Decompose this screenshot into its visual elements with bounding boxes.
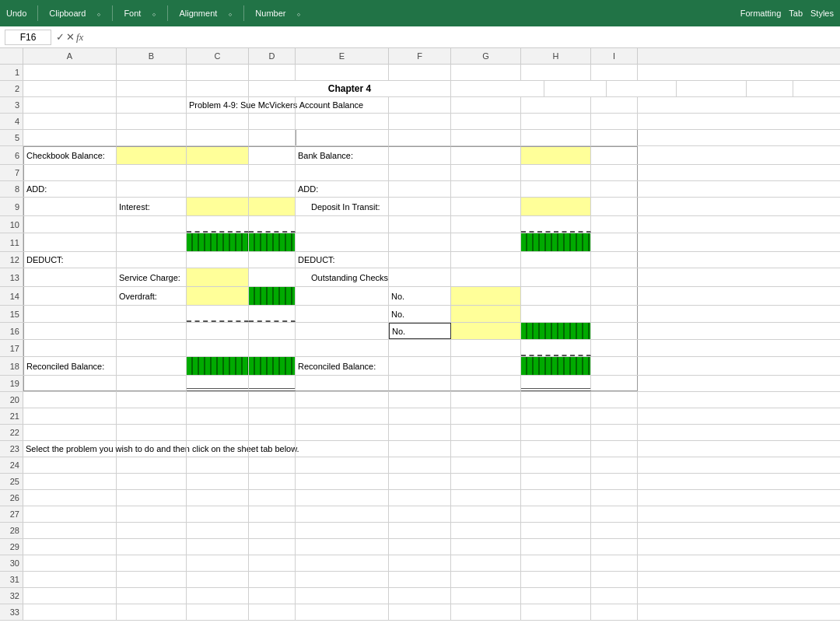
cell-h5[interactable] (521, 130, 591, 145)
cell-i22[interactable] (591, 425, 638, 440)
cell-g17[interactable] (451, 340, 521, 356)
formula-input[interactable] (88, 30, 835, 44)
cell-b5[interactable] (117, 130, 187, 145)
cell-g11[interactable] (451, 233, 521, 251)
cell-d2[interactable]: Chapter 4 (249, 81, 451, 96)
cell-e3[interactable] (296, 97, 389, 113)
cell-f10[interactable] (389, 216, 451, 233)
cell-h20[interactable] (521, 392, 591, 408)
cell-d22[interactable] (249, 425, 296, 440)
col-header-b[interactable]: B (117, 48, 187, 64)
cell-f13[interactable] (389, 268, 451, 286)
cell-i13[interactable] (591, 268, 638, 286)
clipboard-button[interactable]: Clipboard (49, 9, 86, 18)
tab-label[interactable]: Tab (789, 9, 803, 18)
cell-b16[interactable] (117, 323, 187, 339)
cell-b10[interactable] (117, 216, 187, 233)
cell-i15[interactable] (591, 306, 638, 322)
cell-g6[interactable] (451, 146, 521, 164)
cell-h14[interactable] (521, 287, 591, 305)
col-header-g[interactable]: G (451, 48, 521, 64)
cell-i9[interactable] (591, 198, 638, 215)
cell-f9[interactable] (389, 198, 451, 215)
cell-e16[interactable] (296, 323, 389, 339)
cell-a16[interactable] (23, 323, 117, 339)
cell-d3[interactable] (249, 97, 296, 113)
cell-g18[interactable] (451, 357, 521, 375)
formula-check-icon[interactable]: ✓ (56, 31, 65, 44)
cell-h3[interactable] (521, 97, 591, 113)
cell-d20[interactable] (249, 392, 296, 408)
cell-a13[interactable] (23, 268, 117, 286)
cell-b17[interactable] (117, 340, 187, 356)
cell-h8[interactable] (521, 181, 591, 197)
cell-e6[interactable]: Bank Balance: (296, 146, 389, 164)
cell-f8[interactable] (389, 181, 451, 197)
cell-g14[interactable] (451, 287, 521, 305)
cell-c20[interactable] (187, 392, 249, 408)
cell-b12[interactable] (117, 252, 187, 268)
cell-g21[interactable] (451, 408, 521, 424)
cell-h23[interactable] (521, 441, 591, 457)
cell-i11[interactable] (591, 233, 638, 251)
cell-d12[interactable] (249, 252, 296, 268)
cell-d4[interactable] (249, 114, 296, 129)
cell-b21[interactable] (117, 408, 187, 424)
cell-a4[interactable] (23, 114, 117, 129)
cell-c11[interactable] (187, 233, 249, 251)
cell-e4[interactable] (296, 114, 389, 129)
cell-g1[interactable] (451, 65, 521, 80)
cell-d16[interactable] (249, 323, 296, 339)
cell-c3[interactable]: Problem 4-9: Sue McVickers Account Balan… (187, 97, 249, 113)
cell-h9[interactable] (521, 198, 591, 215)
cell-f16[interactable]: No. (389, 323, 451, 339)
col-header-f[interactable]: F (389, 48, 451, 64)
cell-g23[interactable] (451, 441, 521, 457)
cell-f3[interactable] (389, 97, 451, 113)
cell-h22[interactable] (521, 425, 591, 440)
cell-d1[interactable] (249, 65, 296, 80)
cell-d19[interactable] (249, 376, 296, 391)
cell-a8[interactable]: ADD: (23, 181, 117, 197)
cell-a7[interactable] (23, 165, 117, 180)
cell-h11[interactable] (521, 233, 591, 251)
cell-c16[interactable] (187, 323, 249, 339)
cell-i20[interactable] (591, 392, 638, 408)
cell-g22[interactable] (451, 425, 521, 440)
cell-g10[interactable] (451, 216, 521, 233)
cell-i14[interactable] (591, 287, 638, 305)
cell-e9[interactable]: Deposit In Transit: (296, 198, 389, 215)
cell-i6[interactable] (591, 146, 638, 164)
cell-i16[interactable] (591, 323, 638, 339)
cell-e12[interactable]: DEDUCT: (296, 252, 389, 268)
cell-b13[interactable]: Service Charge: (117, 268, 187, 286)
cell-g12[interactable] (451, 252, 521, 268)
cell-d9[interactable] (249, 198, 296, 215)
cell-e13[interactable]: Outstanding Checks: (296, 268, 389, 286)
cell-g20[interactable] (451, 392, 521, 408)
cell-b20[interactable] (117, 392, 187, 408)
cell-i3[interactable] (591, 97, 638, 113)
col-header-a[interactable]: A (23, 48, 117, 64)
cell-b9[interactable]: Interest: (117, 198, 187, 215)
cell-d8[interactable] (249, 181, 296, 197)
cell-g8[interactable] (451, 181, 521, 197)
cell-i4[interactable] (591, 114, 638, 129)
cell-d6[interactable] (249, 146, 296, 164)
cell-d23[interactable] (249, 441, 296, 457)
cell-f5[interactable] (389, 130, 451, 145)
cell-a3[interactable] (23, 97, 117, 113)
cell-f11[interactable] (389, 233, 451, 251)
cell-a17[interactable] (23, 340, 117, 356)
cell-d15[interactable] (249, 306, 296, 322)
cell-d18[interactable] (249, 357, 296, 375)
cell-h2[interactable] (677, 81, 747, 96)
cell-c21[interactable] (187, 408, 249, 424)
cell-f20[interactable] (389, 392, 451, 408)
cell-d17[interactable] (249, 340, 296, 356)
cell-f22[interactable] (389, 425, 451, 440)
cell-b8[interactable] (117, 181, 187, 197)
cell-f23[interactable] (389, 441, 451, 457)
cell-b1[interactable] (117, 65, 187, 80)
undo-button[interactable]: Undo (6, 9, 26, 18)
